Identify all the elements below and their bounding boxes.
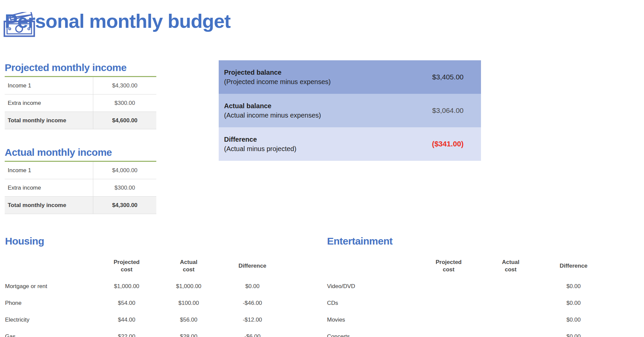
actual-cost-cell[interactable]: $100.00 <box>158 295 220 312</box>
column-header: Difference <box>542 254 605 278</box>
projected-cost-cell[interactable] <box>418 312 480 328</box>
column-header: Projected cost <box>96 254 158 278</box>
money-banknotes-icon <box>3 12 36 38</box>
section-heading: Projected monthly income <box>5 62 156 74</box>
column-header: Actual cost <box>158 254 220 278</box>
income-value-cell[interactable]: $4,000.00 <box>93 162 156 179</box>
column-header: Difference <box>220 254 285 278</box>
actual-income-table: Income 1 $4,000.00 Extra income $300.00 … <box>5 161 156 214</box>
budget-document: Personal monthly budget Projected monthl… <box>0 0 644 337</box>
table-row: Income 1 $4,300.00 <box>5 77 156 94</box>
housing-table: Projected cost Actual cost Difference Mo… <box>3 254 292 337</box>
projected-balance-row: Projected balance (Projected income minu… <box>219 60 481 94</box>
actual-cost-cell[interactable] <box>480 312 542 328</box>
income-label-cell[interactable]: Income 1 <box>5 167 93 174</box>
expense-label-cell[interactable]: CDs <box>323 295 418 312</box>
projected-income-table: Income 1 $4,300.00 Extra income $300.00 … <box>5 76 156 129</box>
difference-cell[interactable]: $0.00 <box>542 278 605 295</box>
balance-row-text: Actual balance (Actual income minus expe… <box>224 101 321 120</box>
balance-row-subtitle: (Projected income minus expenses) <box>224 77 331 86</box>
section-heading: Housing <box>5 235 292 247</box>
balance-row-text: Projected balance (Projected income minu… <box>224 68 331 86</box>
projected-cost-cell[interactable] <box>418 295 480 312</box>
total-label-cell: Total monthly income <box>5 202 93 209</box>
expense-label-cell[interactable]: Electricity <box>3 312 96 328</box>
expense-label-cell[interactable]: Video/DVD <box>323 278 418 295</box>
total-label-cell: Total monthly income <box>5 117 93 124</box>
balance-row-title: Actual balance <box>224 101 321 111</box>
total-value-cell[interactable]: $4,600.00 <box>93 112 156 129</box>
difference-cell[interactable]: $0.00 <box>542 295 605 312</box>
projected-balance-value[interactable]: $3,405.00 <box>432 73 464 81</box>
balance-row-subtitle: (Actual minus projected) <box>224 144 297 153</box>
income-label-cell[interactable]: Extra income <box>5 185 93 191</box>
section-heading: Actual monthly income <box>5 146 156 158</box>
housing-section: Housing Projected cost Actual cost Diffe… <box>3 235 292 337</box>
expense-label-cell[interactable]: Movies <box>323 312 418 328</box>
projected-cost-cell[interactable]: $54.00 <box>96 295 158 312</box>
expense-label-cell[interactable]: Phone <box>3 295 96 312</box>
actual-cost-cell[interactable] <box>480 295 542 312</box>
income-label-cell[interactable]: Extra income <box>5 100 93 107</box>
column-header: Projected cost <box>418 254 480 278</box>
actual-cost-cell[interactable]: $1,000.00 <box>158 278 220 295</box>
expense-label-cell[interactable]: Mortgage or rent <box>3 278 96 295</box>
projected-cost-cell[interactable] <box>418 278 480 295</box>
column-header-label: Difference <box>559 262 587 270</box>
actual-cost-cell[interactable]: $56.00 <box>158 312 220 328</box>
projected-cost-cell[interactable] <box>418 328 480 337</box>
balance-row-subtitle: (Actual income minus expenses) <box>224 111 321 120</box>
balance-row-title: Difference <box>224 135 297 144</box>
income-value-cell[interactable]: $300.00 <box>93 179 156 196</box>
column-header-label: Actual cost <box>174 259 204 273</box>
column-header-label: Projected cost <box>112 259 142 273</box>
column-header-label: Actual cost <box>496 259 526 273</box>
column-header-spacer <box>3 254 96 278</box>
income-value-cell[interactable]: $300.00 <box>93 94 156 112</box>
total-value-cell[interactable]: $4,300.00 <box>93 197 156 214</box>
actual-balance-row: Actual balance (Actual income minus expe… <box>219 94 481 127</box>
column-header-label: Difference <box>238 262 266 270</box>
entertainment-section: Entertainment Projected cost Actual cost… <box>323 235 608 337</box>
projected-cost-cell[interactable]: $22.00 <box>96 328 158 337</box>
column-header-label: Projected cost <box>434 259 464 273</box>
table-row: Income 1 $4,000.00 <box>5 162 156 179</box>
difference-cell[interactable]: -$6.00 <box>220 328 285 337</box>
section-heading: Entertainment <box>327 235 608 247</box>
balance-row-text: Difference (Actual minus projected) <box>224 135 297 153</box>
income-value-cell[interactable]: $4,300.00 <box>93 77 156 94</box>
difference-cell[interactable]: -$46.00 <box>220 295 285 312</box>
actual-balance-value[interactable]: $3,064.00 <box>432 107 464 115</box>
balance-row-title: Projected balance <box>224 68 331 77</box>
difference-value[interactable]: ($341.00) <box>432 140 464 148</box>
projected-cost-cell[interactable]: $1,000.00 <box>96 278 158 295</box>
total-row: Total monthly income $4,600.00 <box>5 112 156 129</box>
projected-cost-cell[interactable]: $44.00 <box>96 312 158 328</box>
table-row: Extra income $300.00 <box>5 94 156 112</box>
actual-cost-cell[interactable] <box>480 278 542 295</box>
projected-income-section: Projected monthly income Income 1 $4,300… <box>5 62 156 129</box>
difference-cell[interactable]: $0.00 <box>220 278 285 295</box>
difference-cell[interactable]: $0.00 <box>542 328 605 337</box>
expense-label-cell[interactable]: Concerts <box>323 328 418 337</box>
expense-label-cell[interactable]: Gas <box>3 328 96 337</box>
page-title: Personal monthly budget <box>5 10 230 32</box>
column-header: Actual cost <box>480 254 542 278</box>
income-label-cell[interactable]: Income 1 <box>5 82 93 89</box>
total-row: Total monthly income $4,300.00 <box>5 197 156 214</box>
actual-cost-cell[interactable]: $28.00 <box>158 328 220 337</box>
column-header-spacer <box>323 254 418 278</box>
table-row: Extra income $300.00 <box>5 179 156 197</box>
difference-cell[interactable]: -$12.00 <box>220 312 285 328</box>
difference-cell[interactable]: $0.00 <box>542 312 605 328</box>
actual-income-section: Actual monthly income Income 1 $4,000.00… <box>5 146 156 214</box>
balance-summary-box: Projected balance (Projected income minu… <box>219 60 481 161</box>
actual-cost-cell[interactable] <box>480 328 542 337</box>
difference-row: Difference (Actual minus projected) ($34… <box>219 127 481 161</box>
entertainment-table: Projected cost Actual cost Difference Vi… <box>323 254 608 337</box>
